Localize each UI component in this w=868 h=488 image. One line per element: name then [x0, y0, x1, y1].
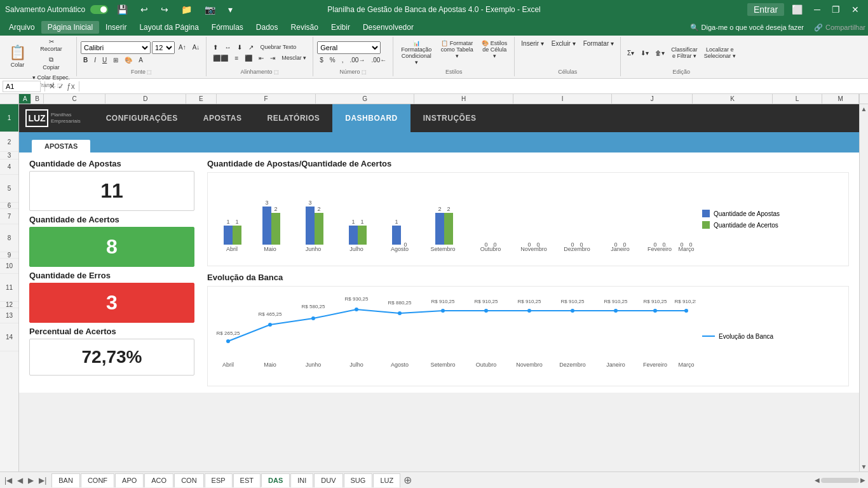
thousands-button[interactable]: ,: [339, 55, 346, 65]
tab-luz[interactable]: LUZ: [373, 473, 400, 487]
scroll-right-arrow[interactable]: ▶: [860, 477, 865, 484]
tab-conf[interactable]: CONF: [81, 473, 114, 487]
tab-aco[interactable]: ACO: [144, 473, 173, 487]
percent-button[interactable]: %: [327, 55, 338, 65]
redo-button[interactable]: ↪: [157, 3, 172, 16]
tab-est[interactable]: EST: [233, 473, 261, 487]
share-button[interactable]: 🔗 Compartilhar: [814, 24, 865, 32]
scroll-down-arrow[interactable]: ▼: [860, 462, 868, 471]
align-left-button[interactable]: ⬛⬛: [210, 53, 231, 63]
increase-indent-button[interactable]: ⇥: [268, 53, 278, 63]
vertical-scrollbar[interactable]: ▲ ▼: [859, 104, 868, 471]
font-shrink-button[interactable]: A↓: [190, 43, 203, 52]
tab-ban[interactable]: BAN: [51, 473, 80, 487]
tab-first-button[interactable]: |◀: [3, 476, 14, 485]
delete-cells-button[interactable]: Excluir ▾: [549, 39, 578, 67]
col-scrollbar[interactable]: [859, 94, 868, 104]
menu-layout[interactable]: Layout da Página: [133, 21, 205, 34]
save-button[interactable]: 💾: [113, 3, 132, 16]
local-save-button[interactable]: 📁: [177, 3, 196, 16]
sort-filter-button[interactable]: Classificare Filtrar ▾: [668, 45, 700, 60]
decimal-increase-button[interactable]: .00→: [347, 55, 367, 65]
search-box[interactable]: 🔍 Diga-me o que você deseja fazer: [690, 24, 804, 32]
cut-button[interactable]: ✂Recortar: [30, 37, 72, 53]
autosum-button[interactable]: Σ▾: [625, 48, 637, 58]
align-bottom-button[interactable]: ⬇: [234, 43, 245, 52]
wrap-text-button[interactable]: Quebrar Texto: [257, 43, 299, 52]
minimize-button[interactable]: ─: [810, 3, 824, 16]
align-top-button[interactable]: ⬆: [210, 43, 220, 52]
login-button[interactable]: Entrar: [747, 3, 784, 16]
insert-function-icon[interactable]: ƒx: [67, 82, 75, 91]
nav-relatorios[interactable]: RELATÓRIOS: [254, 104, 332, 132]
horizontal-scroll-track[interactable]: [821, 478, 859, 483]
camera-button[interactable]: 📷: [201, 3, 219, 16]
tab-next-button[interactable]: ▶: [26, 476, 36, 485]
format-table-button[interactable]: 📋 Formatar como Tabela ▾: [438, 39, 476, 67]
tab-esp[interactable]: ESP: [205, 473, 233, 487]
font-size-select[interactable]: 12: [152, 41, 175, 54]
menu-pagina-inicial[interactable]: Página Inicial: [41, 21, 99, 34]
align-right-button[interactable]: ⬛: [242, 53, 255, 63]
confirm-icon[interactable]: ✓: [58, 82, 64, 91]
decimal-decrease-button[interactable]: .00←: [369, 55, 389, 65]
align-middle-button[interactable]: ↔: [222, 43, 233, 52]
nav-configuracoes[interactable]: CONFIGURAÇÕES: [93, 104, 191, 132]
menu-formulas[interactable]: Fórmulas: [205, 21, 250, 34]
font-grow-button[interactable]: A↑: [176, 43, 189, 52]
maximize-button[interactable]: ❐: [828, 3, 844, 16]
undo-button[interactable]: ↩: [137, 3, 152, 16]
cell-reference-input[interactable]: [3, 81, 41, 92]
fill-color-button[interactable]: 🎨: [122, 55, 135, 65]
tab-last-button[interactable]: ▶|: [37, 476, 48, 485]
cancel-icon[interactable]: ✕: [49, 82, 55, 91]
scroll-left-arrow[interactable]: ◀: [815, 477, 820, 484]
conditional-format-button[interactable]: 📊 Formatação Condicional ▾: [397, 39, 435, 67]
formula-input[interactable]: [83, 83, 865, 90]
font-family-select[interactable]: Calibri: [81, 41, 151, 54]
close-button[interactable]: ✕: [848, 3, 863, 16]
tab-apo[interactable]: APO: [115, 473, 144, 487]
tab-ini[interactable]: INI: [290, 473, 313, 487]
scroll-up-arrow[interactable]: ▲: [860, 104, 868, 114]
nav-instrucoes[interactable]: INSTRUÇÕES: [410, 104, 489, 132]
number-format-select[interactable]: Geral: [317, 41, 381, 54]
text-angle-button[interactable]: ↗: [246, 43, 256, 52]
menu-revisao[interactable]: Revisão: [285, 21, 325, 34]
underline-button[interactable]: U: [100, 55, 109, 65]
nav-dashboard[interactable]: DASHBOARD: [332, 104, 410, 132]
clear-button[interactable]: 🗑▾: [653, 48, 667, 58]
tab-das[interactable]: DAS: [261, 473, 290, 487]
cell-styles-button[interactable]: 🎨 Estilos de Célula ▾: [478, 39, 510, 67]
format-cells-button[interactable]: Formatar ▾: [581, 39, 616, 67]
add-sheet-button[interactable]: ⊕: [401, 474, 414, 486]
tab-con[interactable]: CON: [174, 473, 203, 487]
nav-apostas[interactable]: APOSTAS: [191, 104, 255, 132]
border-button[interactable]: ⊞: [111, 55, 121, 65]
italic-button[interactable]: I: [92, 55, 98, 65]
bold-button[interactable]: B: [81, 55, 90, 65]
horizontal-scrollbar[interactable]: ◀ ▶: [815, 477, 865, 484]
menu-dados[interactable]: Dados: [250, 21, 285, 34]
ribbon-options-button[interactable]: ⬜: [788, 3, 806, 16]
copy-button[interactable]: ⧉Copiar: [30, 55, 72, 72]
tab-duv[interactable]: DUV: [314, 473, 342, 487]
menu-desenvolvedor[interactable]: Desenvolvedor: [356, 21, 420, 34]
sub-nav-apostas[interactable]: APOSTAS: [32, 140, 90, 152]
currency-button[interactable]: $: [317, 55, 326, 65]
font-color-button[interactable]: A: [136, 55, 146, 65]
menu-arquivo[interactable]: Arquivo: [3, 21, 41, 34]
decrease-indent-button[interactable]: ⇤: [256, 53, 266, 63]
tab-prev-button[interactable]: ◀: [15, 476, 25, 485]
paste-button[interactable]: 📋 Colar: [6, 43, 29, 76]
customize-button[interactable]: ▾: [224, 3, 236, 16]
merge-button[interactable]: Mesclar ▾: [279, 53, 309, 63]
fill-button[interactable]: ⬇▾: [638, 48, 651, 58]
tab-sug[interactable]: SUG: [344, 473, 373, 487]
autosave-toggle[interactable]: [90, 5, 108, 14]
align-center-button[interactable]: ≡: [232, 53, 241, 63]
find-select-button[interactable]: Localizar eSelecionar ▾: [702, 45, 738, 60]
menu-exibir[interactable]: Exibir: [325, 21, 356, 34]
menu-inserir[interactable]: Inserir: [99, 21, 133, 34]
insert-cells-button[interactable]: Inserir ▾: [519, 39, 546, 67]
